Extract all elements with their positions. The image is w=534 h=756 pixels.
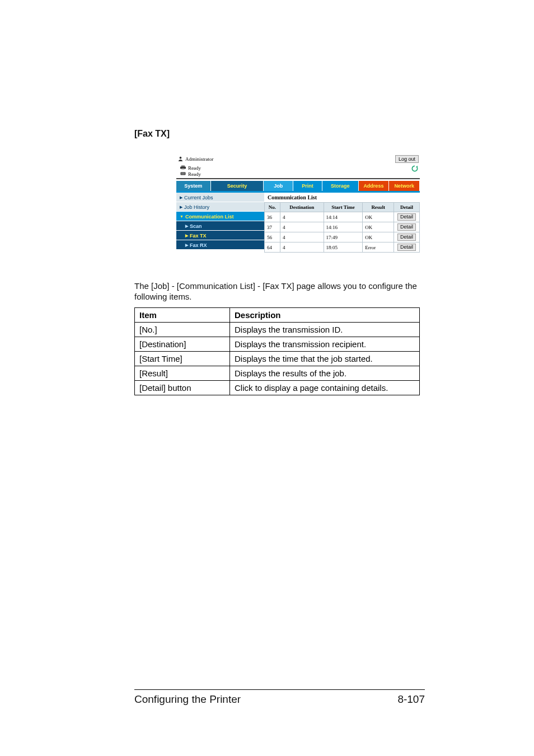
status-1-text: Ready xyxy=(188,165,201,171)
cell-result: OK xyxy=(363,212,394,222)
col-result: Result xyxy=(363,203,394,212)
user-icon xyxy=(177,156,184,163)
itemcell: [Start Time] xyxy=(135,352,230,366)
sidebar-item-job-history[interactable]: Job History xyxy=(176,202,264,212)
sidebar-item-fax-rx[interactable]: Fax RX xyxy=(176,240,264,250)
svg-rect-2 xyxy=(181,165,185,167)
svg-rect-3 xyxy=(182,168,185,169)
sidebar-item-fax-tx[interactable]: Fax TX xyxy=(176,231,264,240)
cell-no: 37 xyxy=(265,222,280,232)
col-start-time: Start Time xyxy=(324,203,363,212)
cell-start-time: 14:16 xyxy=(324,222,363,232)
detail-button[interactable]: Detail xyxy=(397,234,416,241)
page-heading: [Fax TX] xyxy=(134,129,420,139)
panel-title: Communication List xyxy=(264,193,420,202)
itemcell: [Result] xyxy=(135,366,230,381)
cell-destination: 4 xyxy=(280,232,324,242)
itemcell: [No.] xyxy=(135,323,230,337)
itemcell: [Destination] xyxy=(135,337,230,352)
communication-list-table: No. Destination Start Time Result Detail… xyxy=(264,202,420,253)
sidebar: Current Jobs Job History Communication L… xyxy=(176,193,264,253)
sidebar-item-comm-list[interactable]: Communication List xyxy=(176,212,264,221)
sidebar-item-scan[interactable]: Scan xyxy=(176,221,264,231)
scanner-icon xyxy=(180,171,186,178)
table-row: 36 4 14:14 OK Detail xyxy=(265,212,420,222)
cell-start-time: 14:14 xyxy=(324,212,363,222)
table-row: 56 4 17:49 OK Detail xyxy=(265,232,420,242)
desccell: Displays the transmission ID. xyxy=(230,323,420,337)
cell-result: Error xyxy=(363,242,394,253)
desccell: Displays the results of the job. xyxy=(230,366,420,381)
body-paragraph: The [Job] - [Communication List] - [Fax … xyxy=(134,281,420,302)
cell-no: 64 xyxy=(265,242,280,253)
footer-left: Configuring the Printer xyxy=(134,693,241,706)
col-detail: Detail xyxy=(394,203,420,212)
tab-job[interactable]: Job xyxy=(264,181,293,191)
cell-no: 56 xyxy=(265,232,280,242)
footer-right: 8-107 xyxy=(397,693,425,706)
table-row: 37 4 14:16 OK Detail xyxy=(265,222,420,232)
tab-security[interactable]: Security xyxy=(211,181,264,191)
cell-start-time: 18:05 xyxy=(324,242,363,253)
cell-start-time: 17:49 xyxy=(324,232,363,242)
item-description-table: Item Description [No.] Displays the tran… xyxy=(134,307,420,395)
page-footer: Configuring the Printer 8-107 xyxy=(134,689,425,706)
table-row: 64 4 18:05 Error Detail xyxy=(265,242,420,253)
cell-destination: 4 xyxy=(280,242,324,253)
detail-button[interactable]: Detail xyxy=(397,223,416,231)
detail-button[interactable]: Detail xyxy=(397,213,416,221)
table-row: [Detail] button Click to display a page … xyxy=(135,381,420,395)
logout-button[interactable]: Log out xyxy=(395,155,419,163)
sidebar-item-current-jobs[interactable]: Current Jobs xyxy=(176,193,264,202)
status-2-text: Ready xyxy=(188,171,201,177)
desccell: Displays the transmission recipient. xyxy=(230,337,420,352)
table-row: [Destination] Displays the transmission … xyxy=(135,337,420,352)
admin-text: Administrator xyxy=(185,156,214,162)
refresh-icon[interactable] xyxy=(411,165,419,172)
col-no: No. xyxy=(265,203,280,212)
app-screenshot: Administrator Log out Ready xyxy=(176,155,420,253)
tab-address[interactable]: Address xyxy=(359,181,390,191)
col-destination: Destination xyxy=(280,203,324,212)
desccell: Click to display a page containing detai… xyxy=(230,381,420,395)
desccell: Displays the time that the job started. xyxy=(230,352,420,366)
header-description: Description xyxy=(230,308,420,323)
cell-result: OK xyxy=(363,222,394,232)
tab-system[interactable]: System xyxy=(176,181,211,191)
tab-network[interactable]: Network xyxy=(389,181,420,191)
itemcell: [Detail] button xyxy=(135,381,230,395)
svg-rect-5 xyxy=(181,172,185,174)
table-row: [Start Time] Displays the time that the … xyxy=(135,352,420,366)
cell-destination: 4 xyxy=(280,212,324,222)
tab-print[interactable]: Print xyxy=(293,181,322,191)
table-row: [No.] Displays the transmission ID. xyxy=(135,323,420,337)
detail-button[interactable]: Detail xyxy=(397,244,416,251)
cell-no: 36 xyxy=(265,212,280,222)
svg-point-0 xyxy=(180,156,182,158)
header-item: Item xyxy=(135,308,230,323)
table-row: [Result] Displays the results of the job… xyxy=(135,366,420,381)
primary-tabs: System Security Job Print Storage Addres… xyxy=(176,181,420,191)
cell-destination: 4 xyxy=(280,222,324,232)
admin-label: Administrator xyxy=(177,156,214,163)
tab-storage[interactable]: Storage xyxy=(322,181,359,191)
cell-result: OK xyxy=(363,232,394,242)
